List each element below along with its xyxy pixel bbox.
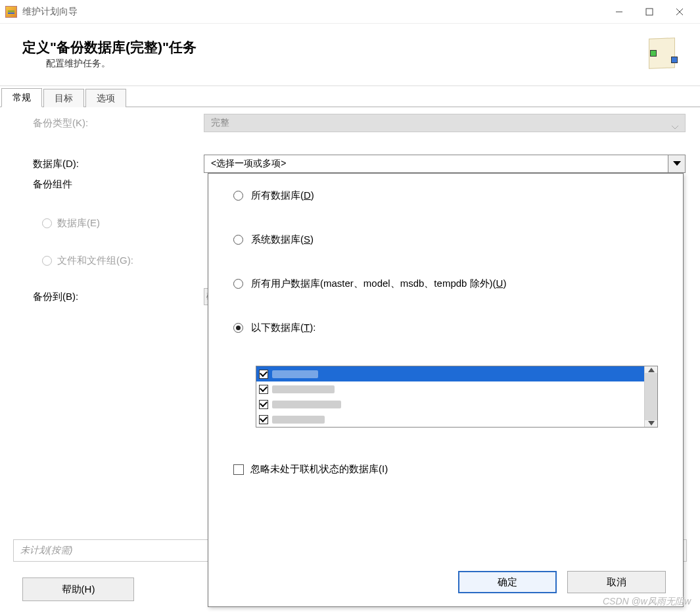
database-value: <选择一项或多项> xyxy=(211,158,286,170)
item-name-redacted xyxy=(272,416,325,424)
radio-icon xyxy=(233,279,243,289)
svg-marker-5 xyxy=(648,368,655,372)
ok-button[interactable]: 确定 xyxy=(458,571,557,593)
item-name-redacted xyxy=(272,401,341,408)
radio-system-databases[interactable]: 系统数据库(S) xyxy=(233,233,658,246)
database-dropdown-panel: 所有数据库(D) 系统数据库(S) 所有用户数据库(master、model、m… xyxy=(208,173,684,607)
ignore-offline-checkbox[interactable]: 忽略未处于联机状态的数据库(I) xyxy=(233,463,658,476)
backup-type-label: 备份类型(K): xyxy=(33,117,204,130)
page-header: 定义"备份数据库(完整)"任务 配置维护任务。 xyxy=(0,24,700,86)
checkbox-icon[interactable] xyxy=(259,370,268,379)
svg-marker-4 xyxy=(673,161,681,166)
list-item[interactable] xyxy=(256,366,644,381)
item-name-redacted xyxy=(272,370,318,378)
page-title: 定义"备份数据库(完整)"任务 xyxy=(22,38,645,57)
radio-database-label: 数据库(E) xyxy=(57,217,100,230)
cancel-button[interactable]: 取消 xyxy=(567,571,666,593)
radio-icon xyxy=(42,218,52,228)
database-listbox[interactable] xyxy=(256,366,658,428)
titlebar: 维护计划向导 xyxy=(0,0,700,24)
list-item[interactable] xyxy=(256,397,644,412)
radio-system-databases-label: 系统数据库(S) xyxy=(251,233,314,246)
checkbox-icon[interactable] xyxy=(259,400,268,409)
task-icon xyxy=(645,38,678,71)
tab-destination[interactable]: 目标 xyxy=(43,89,84,107)
backup-type-value: 完整 xyxy=(211,117,229,129)
checkbox-icon[interactable] xyxy=(233,464,244,475)
chevron-down-icon xyxy=(672,121,678,125)
tab-options[interactable]: 选项 xyxy=(85,89,126,107)
minimize-button[interactable] xyxy=(604,2,634,22)
backup-type-select: 完整 xyxy=(204,114,686,132)
radio-user-databases-label: 所有用户数据库(master、model、msdb、tempdb 除外)(U) xyxy=(251,278,506,290)
database-select[interactable]: <选择一项或多项> xyxy=(204,155,686,173)
radio-icon xyxy=(233,235,243,245)
page-subtitle: 配置维护任务。 xyxy=(46,58,645,70)
radio-these-databases-label: 以下数据库(T): xyxy=(251,322,315,334)
radio-filegroup-label: 文件和文件组(G): xyxy=(57,255,133,267)
tab-strip: 常规 目标 选项 xyxy=(0,87,700,107)
radio-icon xyxy=(233,323,243,333)
list-item[interactable] xyxy=(256,381,644,397)
maximize-button[interactable] xyxy=(634,2,665,22)
checkbox-icon[interactable] xyxy=(259,385,268,394)
radio-user-databases[interactable]: 所有用户数据库(master、model、msdb、tempdb 除外)(U) xyxy=(233,278,658,290)
svg-rect-1 xyxy=(646,9,653,15)
list-item[interactable] xyxy=(256,412,644,427)
scroll-up-icon[interactable] xyxy=(648,368,655,372)
radio-icon xyxy=(233,191,243,201)
help-button[interactable]: 帮助(H) xyxy=(22,577,134,601)
database-label: 数据库(D): xyxy=(33,158,204,170)
radio-icon xyxy=(42,256,52,266)
component-label: 备份组件 xyxy=(33,178,204,191)
item-name-redacted xyxy=(272,385,335,393)
ignore-offline-label: 忽略未处于联机状态的数据库(I) xyxy=(250,463,388,476)
radio-these-databases[interactable]: 以下数据库(T): xyxy=(233,322,658,334)
backup-to-label: 备份到(B): xyxy=(33,291,204,303)
schedule-text: 未计划(按需) xyxy=(20,545,72,556)
tab-general[interactable]: 常规 xyxy=(1,88,42,107)
window-title: 维护计划向导 xyxy=(22,6,78,18)
scrollbar[interactable] xyxy=(644,366,657,427)
window-controls xyxy=(604,2,695,22)
scroll-down-icon[interactable] xyxy=(648,421,655,426)
form-area: 备份类型(K): 完整 数据库(D): <选择一项或多项> 备份组件 xyxy=(0,107,700,305)
radio-all-databases[interactable]: 所有数据库(D) xyxy=(233,189,658,202)
dropdown-button[interactable] xyxy=(668,155,685,172)
radio-all-databases-label: 所有数据库(D) xyxy=(251,189,314,202)
svg-marker-6 xyxy=(648,421,655,426)
close-button[interactable] xyxy=(665,2,695,22)
watermark: CSDN @w风雨无阻w xyxy=(603,596,691,608)
checkbox-icon[interactable] xyxy=(259,415,268,424)
wizard-icon xyxy=(5,6,17,18)
